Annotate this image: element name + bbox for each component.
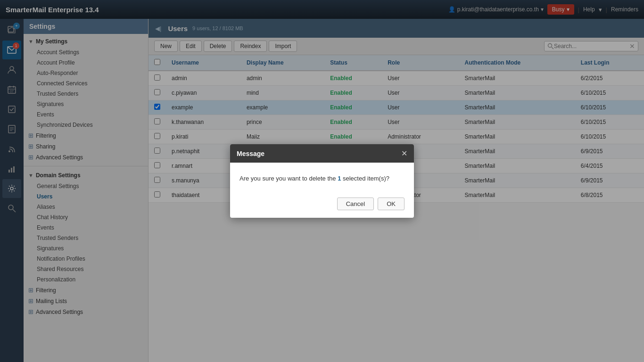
modal-body: Are you sure you want to delete the 1 se… — [230, 163, 414, 193]
modal-footer: Cancel OK — [230, 193, 414, 218]
modal-body-prefix: Are you sure you want to delete the — [239, 175, 336, 182]
modal-body-suffix: selected item(s)? — [343, 175, 389, 182]
modal-count: 1 — [338, 175, 341, 182]
modal-title: Message — [237, 150, 264, 157]
modal-dialog: Message ✕ Are you sure you want to delet… — [230, 144, 414, 218]
modal-cancel-button[interactable]: Cancel — [337, 197, 374, 210]
modal-close-button[interactable]: ✕ — [401, 149, 407, 158]
modal-ok-button[interactable]: OK — [378, 197, 405, 210]
modal-header: Message ✕ — [230, 144, 414, 163]
modal-overlay[interactable]: Message ✕ Are you sure you want to delet… — [0, 0, 644, 362]
